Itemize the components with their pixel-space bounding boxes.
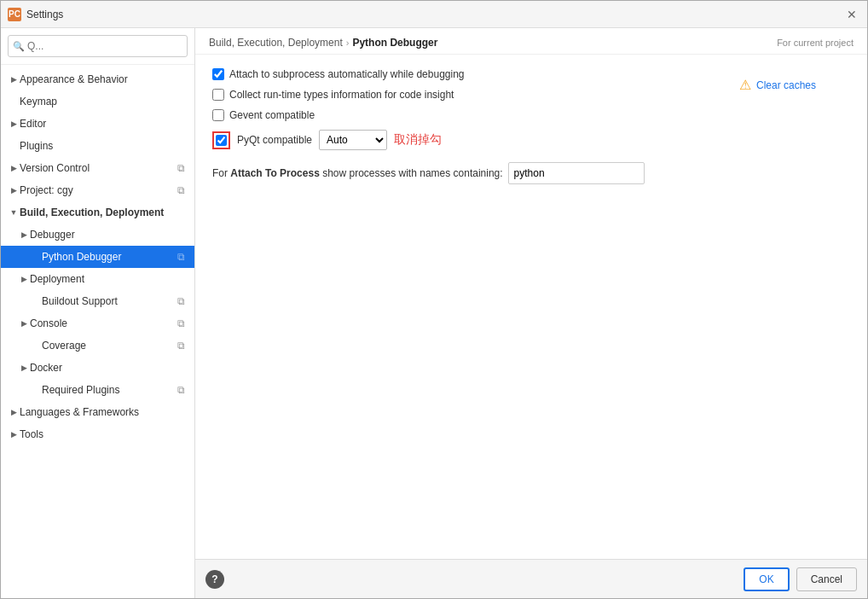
- nav-tree: ▶ Appearance & Behavior Keymap ▶ Editor …: [1, 65, 194, 598]
- checkbox3[interactable]: [212, 109, 224, 121]
- arrow-icon: ▶: [8, 164, 20, 172]
- arrow-icon: ▶: [18, 319, 30, 328]
- sidebar-item-label: Build, Execution, Deployment: [20, 206, 188, 218]
- sidebar-item-debugger[interactable]: ▶ Debugger: [1, 224, 194, 246]
- sidebar-item-appearance[interactable]: ▶ Appearance & Behavior: [1, 68, 194, 90]
- sidebar-item-python-debugger[interactable]: Python Debugger ⧉: [1, 246, 194, 268]
- sidebar-item-label: Docker: [30, 362, 188, 374]
- ok-button[interactable]: OK: [744, 567, 789, 591]
- copy-icon: ⧉: [174, 183, 188, 197]
- close-button[interactable]: ✕: [843, 6, 860, 23]
- checkbox1-row: Attach to subprocess automatically while…: [212, 68, 465, 80]
- sidebar-item-editor[interactable]: ▶ Editor: [1, 113, 194, 135]
- copy-icon: ⧉: [174, 250, 188, 264]
- arrow-icon: ▶: [8, 119, 20, 128]
- app-icon: PC: [8, 8, 21, 21]
- copy-icon: ⧉: [174, 161, 188, 175]
- sidebar-item-languages[interactable]: ▶ Languages & Frameworks: [1, 401, 194, 423]
- breadcrumb-current: Python Debugger: [352, 37, 437, 49]
- checkbox1[interactable]: [212, 68, 224, 80]
- attach-label: For Attach To Process show processes wit…: [212, 167, 503, 179]
- window-title: Settings: [26, 9, 63, 20]
- search-box: 🔍: [1, 28, 194, 65]
- arrow-icon: [30, 386, 42, 394]
- pyqt-select[interactable]: Auto PyQt4 PyQt5: [319, 130, 387, 150]
- breadcrumb-separator: ›: [346, 38, 350, 48]
- attach-process-row: For Attach To Process show processes wit…: [212, 162, 850, 184]
- checkbox3-label: Gevent compatible: [229, 109, 315, 121]
- checkbox2[interactable]: [212, 89, 224, 101]
- cancel-annotation: 取消掉勾: [394, 132, 442, 148]
- main-content: 🔍 ▶ Appearance & Behavior Keymap ▶: [1, 28, 867, 598]
- sidebar-item-buildout[interactable]: Buildout Support ⧉: [1, 290, 194, 312]
- copy-icon: ⧉: [174, 317, 188, 330]
- sidebar-item-label: Debugger: [30, 229, 188, 241]
- arrow-icon: [30, 297, 42, 305]
- sidebar-item-tools[interactable]: ▶ Tools: [1, 423, 194, 445]
- checkbox2-label: Collect run-time types information for c…: [229, 89, 454, 101]
- pyqt-label: PyQt compatible: [237, 134, 312, 146]
- checkboxes-col: Attach to subprocess automatically while…: [212, 68, 465, 130]
- title-bar: PC Settings ✕: [1, 1, 867, 28]
- checkbox1-label: Attach to subprocess automatically while…: [229, 68, 465, 80]
- sidebar-item-label: Project: cgy: [20, 184, 174, 196]
- sidebar-item-coverage[interactable]: Coverage ⧉: [1, 334, 194, 357]
- sidebar-item-label: Console: [30, 317, 174, 329]
- sidebar-item-version-control[interactable]: ▶ Version Control ⧉: [1, 157, 194, 179]
- arrow-icon: [8, 142, 20, 150]
- copy-icon: ⧉: [174, 294, 188, 308]
- sidebar-item-build[interactable]: ▼ Build, Execution, Deployment: [1, 201, 194, 224]
- attach-process-input[interactable]: [508, 162, 645, 184]
- sidebar-item-console[interactable]: ▶ Console ⧉: [1, 312, 194, 334]
- sidebar-item-plugins[interactable]: Plugins: [1, 135, 194, 157]
- arrow-icon: ▶: [8, 408, 20, 416]
- checkbox2-row: Collect run-time types information for c…: [212, 89, 465, 101]
- title-bar-left: PC Settings: [8, 8, 63, 21]
- copy-icon: ⧉: [174, 383, 188, 397]
- arrow-icon: ▶: [18, 275, 30, 283]
- sidebar: 🔍 ▶ Appearance & Behavior Keymap ▶: [1, 28, 195, 598]
- sidebar-item-required-plugins[interactable]: Required Plugins ⧉: [1, 379, 194, 401]
- clear-caches-button[interactable]: Clear caches: [756, 79, 816, 91]
- arrow-icon: [30, 341, 42, 350]
- settings-area: Attach to subprocess automatically while…: [195, 55, 867, 559]
- checkbox4-pyqt[interactable]: [216, 135, 227, 146]
- arrow-icon: ▶: [18, 363, 30, 372]
- sidebar-item-docker[interactable]: ▶ Docker: [1, 357, 194, 379]
- help-button[interactable]: ?: [205, 570, 224, 589]
- copy-icon: ⧉: [174, 339, 188, 352]
- sidebar-item-label: Appearance & Behavior: [20, 73, 188, 85]
- sidebar-item-keymap[interactable]: Keymap: [1, 90, 194, 113]
- sidebar-item-project[interactable]: ▶ Project: cgy ⧉: [1, 179, 194, 201]
- sidebar-item-label: Deployment: [30, 273, 188, 285]
- sidebar-item-deployment[interactable]: ▶ Deployment: [1, 268, 194, 290]
- sidebar-item-label: Tools: [20, 428, 188, 440]
- arrow-icon: ▶: [8, 186, 20, 195]
- sidebar-item-label: Version Control: [20, 162, 174, 174]
- sidebar-item-label: Editor: [20, 118, 188, 130]
- right-panel: Build, Execution, Deployment › Python De…: [195, 28, 867, 598]
- arrow-icon: ▼: [8, 208, 20, 217]
- pyqt-checkbox-wrapper: [212, 131, 230, 149]
- arrow-icon: [8, 97, 20, 106]
- search-wrapper: 🔍: [8, 35, 188, 57]
- sidebar-item-label: Python Debugger: [42, 251, 174, 263]
- for-current-project: For current project: [777, 38, 854, 48]
- sidebar-item-label: Coverage: [42, 340, 174, 352]
- pyqt-row: PyQt compatible Auto PyQt4 PyQt5 取消掉勾: [212, 130, 850, 150]
- cancel-button[interactable]: Cancel: [796, 567, 857, 591]
- arrow-icon: ▶: [8, 430, 20, 439]
- warning-icon: ⚠: [739, 77, 751, 93]
- checkbox1-row-wrapper: Attach to subprocess automatically while…: [212, 68, 850, 130]
- arrow-icon: ▶: [18, 230, 30, 239]
- breadcrumb-part1: Build, Execution, Deployment: [209, 37, 343, 49]
- sidebar-item-label: Plugins: [20, 140, 188, 152]
- sidebar-item-label: Required Plugins: [42, 384, 174, 396]
- attach-bold-label: Attach To Process: [230, 167, 319, 179]
- clear-caches-row: ⚠ Clear caches: [739, 77, 850, 93]
- search-input[interactable]: [8, 35, 188, 57]
- breadcrumb: Build, Execution, Deployment › Python De…: [195, 28, 867, 55]
- settings-window: PC Settings ✕ 🔍 ▶ Appearance & Behavior: [0, 0, 868, 599]
- arrow-icon: [30, 253, 42, 261]
- checkbox3-row: Gevent compatible: [212, 109, 465, 121]
